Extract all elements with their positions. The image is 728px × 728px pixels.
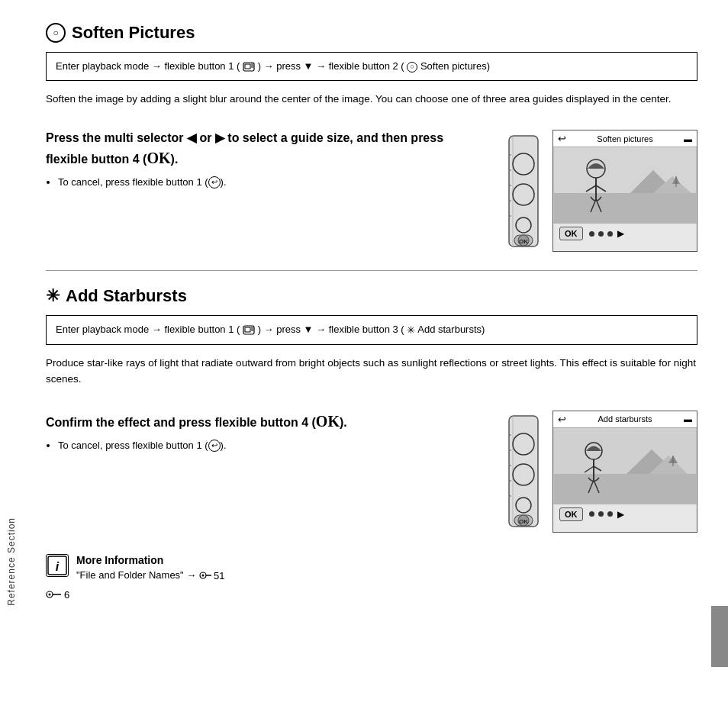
starbursts-screen-image xyxy=(553,428,697,504)
soften-ok: OK xyxy=(147,150,170,166)
starbursts-arrow: ▶ xyxy=(617,509,624,520)
soften-section: ○ Soften Pictures Enter playback mode → … xyxy=(46,23,697,252)
starbursts-bullet-cancel: To cancel, press flexible button 1 (↩). xyxy=(58,438,482,454)
soften-command-box: Enter playback mode → flexible button 1 … xyxy=(46,52,697,81)
svg-rect-22 xyxy=(554,193,696,224)
soften-dots xyxy=(589,231,613,237)
dot-s3 xyxy=(607,511,613,517)
soften-arrow: ▶ xyxy=(617,228,624,239)
soften-screen-back: ↩ xyxy=(558,133,566,144)
sidebar-tab xyxy=(711,606,728,667)
section-divider xyxy=(46,270,697,271)
starbursts-scene-svg xyxy=(553,428,697,504)
starbursts-back-icon: ↩ xyxy=(208,440,221,452)
svg-point-65 xyxy=(201,575,204,577)
starbursts-ok: OK xyxy=(316,413,340,430)
starbursts-screen-back: ↩ xyxy=(558,414,566,425)
dot-3 xyxy=(607,231,613,237)
starbursts-step-text: Confirm the effect and press flexible bu… xyxy=(46,411,482,454)
starbursts-command-box: Enter playback mode → flexible button 1 … xyxy=(46,315,697,344)
soften-screen-title: Soften pictures xyxy=(597,134,652,143)
soften-bullet-cancel: To cancel, press flexible button 1 (↩). xyxy=(58,175,482,191)
soften-camera-svg: OK xyxy=(498,132,549,250)
soften-step-text: Press the multi selector ◀ or ▶ to selec… xyxy=(46,130,482,190)
starbursts-camera-svg: OK xyxy=(498,412,549,530)
soften-screen-footer: OK ▶ xyxy=(553,224,697,243)
dot-1 xyxy=(589,231,594,237)
soften-screen-minimize: ▬ xyxy=(684,134,692,143)
link-ref: 51 xyxy=(199,570,224,581)
soften-back-icon: ↩ xyxy=(208,176,221,188)
starburst-inline-icon: ✳ xyxy=(407,324,415,336)
soften-step-heading: Press the multi selector ◀ or ▶ to selec… xyxy=(46,130,482,168)
starbursts-screen-title: Add starbursts xyxy=(598,414,652,424)
more-info-link: "File and Folder Names" → 51 xyxy=(76,569,697,581)
dot-s2 xyxy=(598,511,604,517)
soften-screen-preview: ↩ Soften pictures ▬ xyxy=(552,130,697,252)
starbursts-dots xyxy=(589,511,613,517)
sidebar-label: Reference Section xyxy=(6,517,17,606)
svg-text:OK: OK xyxy=(519,518,528,525)
svg-point-68 xyxy=(49,594,51,596)
svg-text:OK: OK xyxy=(519,238,528,245)
starbursts-step-heading: Confirm the effect and press flexible bu… xyxy=(46,411,482,432)
soften-icon: ○ xyxy=(46,23,66,43)
page-num-text: 6 xyxy=(64,589,69,601)
page-number: 6 xyxy=(46,589,697,601)
svg-rect-53 xyxy=(554,474,696,504)
soften-title: ○ Soften Pictures xyxy=(46,23,697,43)
starbursts-bullets: To cancel, press flexible button 1 (↩). xyxy=(46,438,482,454)
svg-rect-32 xyxy=(245,327,250,332)
starbursts-camera-area: OK ↩ Add starbursts ▬ xyxy=(498,411,697,533)
soften-scene-svg xyxy=(553,147,697,224)
starbursts-section: ✳ Add Starbursts Enter playback mode → f… xyxy=(46,286,697,532)
soften-screen-header: ↩ Soften pictures ▬ xyxy=(553,130,697,147)
more-info-content: More Information "File and Folder Names"… xyxy=(76,554,697,581)
starbursts-screen-preview: ↩ Add starbursts ▬ xyxy=(552,411,697,533)
starbursts-ok-btn[interactable]: OK xyxy=(559,507,583,521)
starbursts-title: ✳ Add Starbursts xyxy=(46,286,697,306)
soften-step-row: Press the multi selector ◀ or ▶ to selec… xyxy=(46,130,697,252)
page-num-icon xyxy=(46,589,63,600)
starbursts-screen-header: ↩ Add starbursts ▬ xyxy=(553,411,697,428)
more-info-title: More Information xyxy=(76,554,697,566)
starbursts-step-row: Confirm the effect and press flexible bu… xyxy=(46,411,697,533)
soften-bullets: To cancel, press flexible button 1 (↩). xyxy=(46,175,482,191)
soften-ok-btn[interactable]: OK xyxy=(559,227,583,240)
soften-screen-image xyxy=(553,147,697,224)
more-info-icon: i xyxy=(46,554,69,577)
dot-2 xyxy=(598,231,604,237)
more-info-section: i More Information "File and Folder Name… xyxy=(46,554,697,581)
starbursts-screen-minimize: ▬ xyxy=(684,414,692,424)
svg-rect-1 xyxy=(245,64,250,69)
starburst-icon: ✳ xyxy=(46,288,60,304)
playback-icon-2 xyxy=(243,325,255,336)
soften-circle-icon: ○ xyxy=(407,62,417,72)
playback-icon xyxy=(243,62,255,72)
svg-text:i: i xyxy=(56,560,60,573)
soften-description: Soften the image by adding a slight blur… xyxy=(46,92,697,118)
dot-s1 xyxy=(589,511,594,517)
soften-camera-area: OK ↩ Soften pictures ▬ xyxy=(498,130,697,252)
starbursts-description: Produce star-like rays of light that rad… xyxy=(46,356,697,398)
starbursts-screen-footer: OK ▶ xyxy=(553,504,697,524)
